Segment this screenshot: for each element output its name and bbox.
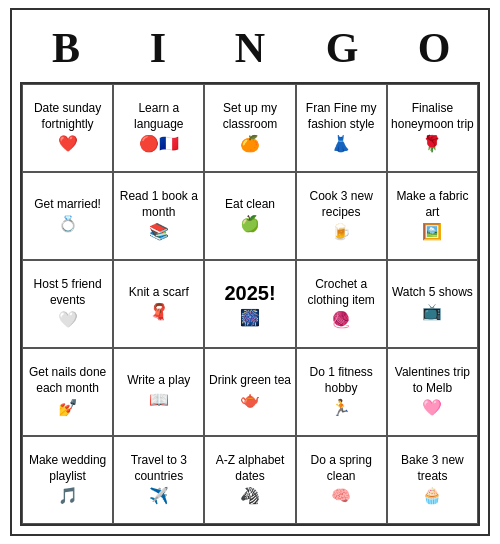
bingo-cell-8[interactable]: Cook 3 new recipes🍺 — [296, 172, 387, 260]
cell-emoji-18: 🏃 — [331, 398, 351, 419]
cell-emoji-16: 📖 — [149, 390, 169, 411]
bingo-cell-2[interactable]: Set up my classroom🍊 — [204, 84, 295, 172]
cell-text-15: Get nails done each month — [26, 365, 109, 396]
cell-emoji-21: ✈️ — [149, 486, 169, 507]
bingo-cell-5[interactable]: Get married!💍 — [22, 172, 113, 260]
cell-emoji-3: 👗 — [331, 134, 351, 155]
bingo-cell-11[interactable]: Knit a scarf🧣 — [113, 260, 204, 348]
cell-emoji-20: 🎵 — [58, 486, 78, 507]
cell-emoji-23: 🧠 — [331, 486, 351, 507]
cell-emoji-8: 🍺 — [331, 222, 351, 243]
bingo-cell-9[interactable]: Make a fabric art🖼️ — [387, 172, 478, 260]
cell-text-7: Eat clean — [225, 197, 275, 213]
cell-text-10: Host 5 friend events — [26, 277, 109, 308]
letter-o: O — [394, 24, 474, 72]
bingo-cell-4[interactable]: Finalise honeymoon trip🌹 — [387, 84, 478, 172]
letter-i: I — [118, 24, 198, 72]
cell-text-17: Drink green tea — [209, 373, 291, 389]
cell-emoji-1: 🔴🇫🇷 — [139, 134, 179, 155]
cell-text-3: Fran Fine my fashion style — [300, 101, 383, 132]
cell-emoji-19: 🩷 — [422, 398, 442, 419]
cell-emoji-2: 🍊 — [240, 134, 260, 155]
cell-text-9: Make a fabric art — [391, 189, 474, 220]
cell-text-2: Set up my classroom — [208, 101, 291, 132]
bingo-cell-17[interactable]: Drink green tea🫖 — [204, 348, 295, 436]
cell-text-16: Write a play — [127, 373, 190, 389]
cell-text-1: Learn a language — [117, 101, 200, 132]
bingo-cell-18[interactable]: Do 1 fitness hobby🏃 — [296, 348, 387, 436]
bingo-cell-7[interactable]: Eat clean🍏 — [204, 172, 295, 260]
bingo-card: B I N G O Date sunday fortnightly❤️Learn… — [10, 8, 490, 536]
cell-emoji-10: 🤍 — [58, 310, 78, 331]
cell-emoji-22: 🦓 — [240, 486, 260, 507]
cell-text-0: Date sunday fortnightly — [26, 101, 109, 132]
cell-text-23: Do a spring clean — [300, 453, 383, 484]
bingo-header: B I N G O — [20, 18, 480, 82]
cell-emoji-14: 📺 — [422, 302, 442, 323]
cell-emoji-24: 🧁 — [422, 486, 442, 507]
bingo-cell-6[interactable]: Read 1 book a month📚 — [113, 172, 204, 260]
cell-text-24: Bake 3 new treats — [391, 453, 474, 484]
cell-emoji-7: 🍏 — [240, 214, 260, 235]
cell-text-6: Read 1 book a month — [117, 189, 200, 220]
bingo-cell-15[interactable]: Get nails done each month💅 — [22, 348, 113, 436]
bingo-grid: Date sunday fortnightly❤️Learn a languag… — [20, 82, 480, 526]
cell-emoji-11: 🧣 — [149, 302, 169, 323]
cell-emoji-0: ❤️ — [58, 134, 78, 155]
cell-text-13: Crochet a clothing item — [300, 277, 383, 308]
bingo-cell-16[interactable]: Write a play📖 — [113, 348, 204, 436]
bingo-cell-12[interactable]: 2025!🎆 — [204, 260, 295, 348]
bingo-cell-24[interactable]: Bake 3 new treats🧁 — [387, 436, 478, 524]
bingo-cell-20[interactable]: Make wedding playlist🎵 — [22, 436, 113, 524]
bingo-cell-13[interactable]: Crochet a clothing item🧶 — [296, 260, 387, 348]
letter-g: G — [302, 24, 382, 72]
cell-emoji-17: 🫖 — [240, 390, 260, 411]
bingo-cell-21[interactable]: Travel to 3 countries✈️ — [113, 436, 204, 524]
cell-emoji-6: 📚 — [149, 222, 169, 243]
cell-emoji-9: 🖼️ — [422, 222, 442, 243]
cell-text-18: Do 1 fitness hobby — [300, 365, 383, 396]
bingo-cell-3[interactable]: Fran Fine my fashion style👗 — [296, 84, 387, 172]
cell-text-4: Finalise honeymoon trip — [391, 101, 474, 132]
cell-text-12: 2025! — [224, 280, 275, 306]
letter-n: N — [210, 24, 290, 72]
cell-text-21: Travel to 3 countries — [117, 453, 200, 484]
bingo-cell-1[interactable]: Learn a language🔴🇫🇷 — [113, 84, 204, 172]
cell-text-19: Valentines trip to Melb — [391, 365, 474, 396]
cell-text-20: Make wedding playlist — [26, 453, 109, 484]
cell-text-8: Cook 3 new recipes — [300, 189, 383, 220]
cell-text-14: Watch 5 shows — [392, 285, 473, 301]
cell-text-11: Knit a scarf — [129, 285, 189, 301]
cell-emoji-12: 🎆 — [240, 308, 260, 329]
bingo-cell-10[interactable]: Host 5 friend events🤍 — [22, 260, 113, 348]
cell-emoji-15: 💅 — [58, 398, 78, 419]
letter-b: B — [26, 24, 106, 72]
cell-emoji-5: 💍 — [58, 214, 78, 235]
bingo-cell-22[interactable]: A-Z alphabet dates🦓 — [204, 436, 295, 524]
bingo-cell-14[interactable]: Watch 5 shows📺 — [387, 260, 478, 348]
cell-emoji-13: 🧶 — [331, 310, 351, 331]
cell-text-5: Get married! — [34, 197, 101, 213]
bingo-cell-0[interactable]: Date sunday fortnightly❤️ — [22, 84, 113, 172]
bingo-cell-19[interactable]: Valentines trip to Melb🩷 — [387, 348, 478, 436]
cell-emoji-4: 🌹 — [422, 134, 442, 155]
cell-text-22: A-Z alphabet dates — [208, 453, 291, 484]
bingo-cell-23[interactable]: Do a spring clean🧠 — [296, 436, 387, 524]
